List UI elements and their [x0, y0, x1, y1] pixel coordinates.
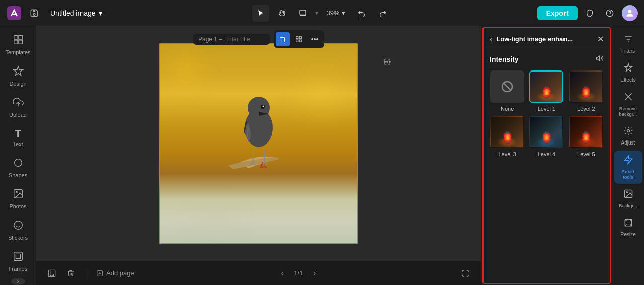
canvas-main[interactable]: ••• [36, 26, 481, 261]
avatar[interactable] [622, 5, 638, 21]
more-page-button[interactable]: ••• [381, 56, 393, 68]
grid-tool-button[interactable] [292, 32, 306, 46]
sidebar-item-stickers[interactable]: Stickers [3, 216, 33, 245]
rs-item-background[interactable]: Backgr... [614, 185, 642, 212]
panel-header: ‹ Low-light image enhan... ✕ [484, 28, 610, 48]
canvas-bottom: Add page ‹ 1/1 › [36, 261, 481, 285]
bird-svg [208, 43, 309, 184]
text-label: Text [13, 141, 23, 147]
svg-point-40 [626, 192, 627, 193]
intensity-level4[interactable]: 🏮 Level 4 [529, 116, 564, 157]
panel-section-intensity: Intensity [484, 48, 610, 163]
fullscreen-button[interactable] [458, 266, 473, 281]
intensity-level3[interactable]: 🏮 Level 3 [490, 116, 525, 157]
page-info: Page 1 – [193, 34, 270, 45]
level2-lantern: 🏮 [579, 86, 593, 99]
panel-inner: ‹ Low-light image enhan... ✕ Intensity [482, 27, 611, 284]
svg-point-1 [33, 13, 35, 15]
collapse-icon: › [17, 278, 19, 285]
rs-item-remove-bg[interactable]: Remove backgr... [614, 88, 642, 121]
shield-button[interactable] [582, 5, 598, 21]
panel-title: Low-light image enhan... [496, 35, 573, 43]
prev-page-button[interactable]: ‹ [275, 266, 290, 281]
next-icon: › [313, 269, 316, 278]
templates-label: Templates [5, 49, 30, 55]
background-label: Backgr... [619, 203, 637, 208]
remove-bg-icon [623, 92, 633, 104]
page-title-input[interactable] [224, 36, 265, 43]
svg-rect-8 [18, 36, 22, 39]
save-button[interactable] [26, 5, 42, 21]
bokeh-1 [171, 54, 201, 85]
file-title-button[interactable]: Untitled image ▾ [46, 7, 106, 19]
save-version-button[interactable] [44, 266, 59, 281]
sidebar-item-templates[interactable]: Templates [3, 30, 33, 59]
intensity-level2[interactable]: 🏮 Level 2 [569, 70, 604, 112]
rs-item-adjust[interactable]: Adjust [614, 122, 642, 150]
more-options-button[interactable]: ••• [308, 32, 322, 46]
hand-tool-button[interactable] [273, 5, 290, 22]
redo-button[interactable] [374, 5, 391, 22]
help-button[interactable] [602, 5, 618, 21]
intensity-speaker-button[interactable] [596, 54, 604, 64]
svg-rect-20 [296, 37, 298, 39]
rs-item-smart-tools[interactable]: Smart tools [614, 151, 642, 184]
panel-title-area: ‹ Low-light image enhan... [490, 35, 573, 44]
level2-label: Level 2 [577, 106, 595, 112]
view-mode-button[interactable] [294, 5, 311, 22]
intensity-level5[interactable]: 🏮 Level 5 [569, 116, 604, 157]
more-dots-icon: ••• [311, 35, 319, 43]
level4-lantern: 🏮 [540, 131, 553, 145]
sidebar-item-photos[interactable]: Photos [3, 184, 33, 213]
intensity-level1[interactable]: 🏮 Level 1 [529, 70, 564, 112]
level1-thumb: 🏮 [529, 70, 564, 103]
trash-button[interactable] [63, 266, 78, 281]
page-counter: 1/1 [294, 269, 303, 277]
left-sidebar: Templates Design Upload T Text Shapes [0, 26, 36, 285]
app-logo[interactable] [6, 5, 22, 21]
section-title: Intensity [490, 55, 519, 63]
export-button[interactable]: Export [537, 6, 578, 20]
intensity-none[interactable]: None [490, 70, 525, 112]
sidebar-item-upload[interactable]: Upload [3, 93, 33, 122]
sidebar-collapse-button[interactable]: › [11, 278, 25, 285]
zoom-caret-icon: ▾ [342, 9, 345, 17]
rs-item-resize[interactable]: Resize [614, 213, 642, 241]
add-page-button[interactable]: Add page [91, 267, 139, 279]
bird-image [160, 44, 357, 243]
resize-label: Resize [620, 232, 636, 237]
svg-point-14 [16, 191, 17, 193]
stickers-icon [13, 220, 24, 233]
panel-back-button[interactable]: ‹ [490, 35, 492, 44]
design-label: Design [9, 81, 26, 87]
frames-icon [13, 251, 24, 264]
design-icon [13, 65, 24, 79]
effects-icon [623, 63, 633, 76]
next-page-button[interactable]: › [307, 266, 322, 281]
svg-rect-9 [14, 40, 17, 44]
crop-tool-button[interactable] [276, 32, 290, 46]
sidebar-item-design[interactable]: Design [3, 61, 33, 91]
bottom-center-controls: ‹ 1/1 › [275, 266, 322, 281]
shapes-label: Shapes [9, 172, 27, 178]
rs-item-effects[interactable]: Effects [614, 59, 642, 87]
bokeh-3 [191, 203, 241, 233]
panel-close-button[interactable]: ✕ [597, 34, 604, 44]
sidebar-item-text[interactable]: T Text [3, 124, 33, 151]
level5-lantern: 🏮 [579, 131, 593, 145]
select-tool-button[interactable] [252, 5, 269, 22]
undo-button[interactable] [353, 5, 370, 22]
level5-label: Level 5 [577, 151, 595, 157]
view-caret: ▾ [315, 10, 318, 17]
sidebar-item-frames[interactable]: Frames [3, 247, 33, 276]
svg-rect-7 [14, 36, 17, 39]
sidebar-item-shapes[interactable]: Shapes [3, 153, 33, 182]
zoom-button[interactable]: 39% ▾ [323, 7, 349, 19]
image-frame[interactable] [159, 43, 358, 244]
svg-rect-23 [299, 40, 301, 42]
resize-icon [623, 218, 633, 230]
none-thumb [490, 70, 524, 103]
rs-item-filters[interactable]: Filters [614, 30, 642, 58]
bottom-right-controls [458, 266, 473, 281]
level5-thumb: 🏮 [569, 116, 603, 148]
